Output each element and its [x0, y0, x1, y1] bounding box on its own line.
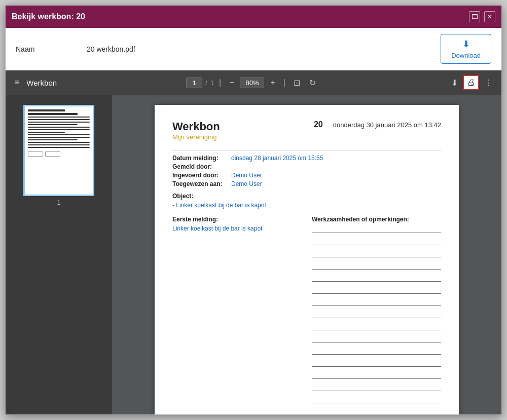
thumb-line: [28, 147, 90, 148]
toolbar-center: / 1 | − 80% + | ⊡ ↻: [186, 76, 319, 90]
close-button[interactable]: ✕: [484, 11, 495, 22]
doc-title: Werkbon: [172, 120, 220, 133]
modal-window: Bekijk werkbon: 20 🗖 ✕ Naam 20 werkbon.p…: [5, 5, 502, 415]
datum-melding-label: Datum melding:: [172, 155, 228, 162]
close-icon: ✕: [487, 13, 492, 20]
thumb-line: [28, 139, 78, 140]
more-options-icon: ⋮: [484, 78, 492, 88]
thumb-line: [28, 142, 90, 143]
title-bar-controls: 🗖 ✕: [469, 11, 495, 22]
modal-title: Bekijk werkbon: 20: [12, 12, 85, 21]
download-icon: ⬇: [462, 39, 470, 50]
zoom-out-icon: −: [229, 78, 234, 87]
fit-page-button[interactable]: ⊡: [291, 76, 303, 90]
thumb-line: [28, 124, 78, 125]
write-line: [312, 262, 441, 270]
doc-col-right: Werkzaamheden of opmerkingen:: [312, 216, 441, 414]
write-line: [312, 408, 441, 414]
minimize-button[interactable]: 🗖: [469, 11, 480, 22]
write-line: [312, 323, 441, 330]
werkzaamheden-label: Werkzaamheden of opmerkingen:: [312, 216, 441, 223]
toegewezen-aan-label: Toegewezen aan:: [172, 180, 228, 187]
field-datum-melding: Datum melding: dinsdag 28 januari 2025 o…: [172, 155, 441, 162]
gemeld-door-label: Gemeld door:: [172, 163, 228, 170]
filename-value: 20 werkbon.pdf: [87, 45, 430, 53]
doc-header: Werkbon Mijn vereniging 20 donderdag 30 …: [172, 120, 441, 146]
datum-melding-value: dinsdag 28 januari 2025 om 15:55: [231, 155, 323, 162]
object-value: - Linker koelkast bij de bar is kapot: [172, 202, 441, 209]
pdf-toolbar: ≡ Werkbon / 1 | − 80% + | ⊡ ↻ ⬇: [6, 70, 501, 95]
doc-date: donderdag 30 januari 2025 om 13:42: [333, 121, 441, 129]
ingevoerd-door-value: Demo User: [231, 172, 262, 179]
hamburger-icon: ≡: [15, 78, 19, 87]
print-button[interactable]: 🖨: [463, 75, 479, 90]
more-options-button[interactable]: ⋮: [481, 76, 495, 90]
rotate-icon: ↻: [309, 78, 316, 88]
title-bar: Bekijk werkbon: 20 🗖 ✕: [6, 6, 501, 28]
hamburger-menu-button[interactable]: ≡: [12, 76, 22, 89]
download-button[interactable]: ⬇ Download: [441, 34, 491, 64]
page-input[interactable]: [186, 78, 202, 88]
doc-divider-top: [172, 150, 441, 150]
download-label: Download: [451, 52, 481, 59]
name-label: Naam: [16, 45, 77, 53]
thumb-line: [28, 119, 90, 120]
thumb-line: [28, 129, 90, 130]
print-icon: 🖨: [467, 78, 475, 87]
write-line: [312, 226, 441, 233]
write-line: [312, 311, 441, 318]
thumb-line: [28, 117, 90, 118]
field-gemeld-door: Gemeld door:: [172, 163, 441, 170]
write-lines: [312, 226, 441, 414]
toegewezen-aan-value: Demo User: [231, 180, 262, 187]
write-line: [312, 360, 441, 367]
pdf-main[interactable]: Werkbon Mijn vereniging 20 donderdag 30 …: [112, 95, 501, 414]
thumbnail-wrapper: 1: [23, 105, 94, 206]
zoom-level: 80%: [240, 78, 264, 88]
fit-page-icon: ⊡: [294, 78, 300, 88]
write-line: [312, 250, 441, 257]
ingevoerd-door-label: Ingevoerd door:: [172, 172, 228, 179]
write-line: [312, 335, 441, 342]
viewer-title: Werkbon: [26, 79, 57, 87]
pdf-page: Werkbon Mijn vereniging 20 donderdag 30 …: [155, 105, 459, 414]
thumbnail-page-label: 1: [57, 199, 61, 206]
doc-two-col: Eerste melding: Linker koelkast bij de b…: [172, 216, 441, 414]
thumb-line: [28, 122, 90, 123]
doc-fields-section: Datum melding: dinsdag 28 januari 2025 o…: [172, 155, 441, 187]
thumb-line: [28, 127, 90, 128]
doc-col-left: Eerste melding: Linker koelkast bij de b…: [172, 216, 302, 414]
field-toegewezen-aan: Toegewezen aan: Demo User: [172, 180, 441, 187]
thumb-line: [28, 134, 90, 135]
eerste-melding-label: Eerste melding:: [172, 216, 302, 223]
thumbnail-panel: 1: [6, 95, 112, 414]
page-separator: /: [205, 79, 207, 87]
doc-number: 20: [314, 120, 323, 129]
thumbnail-content: [25, 106, 93, 160]
write-line: [312, 372, 441, 379]
zoom-out-button[interactable]: −: [226, 76, 237, 89]
object-label: Object:: [172, 193, 441, 200]
rotate-button[interactable]: ↻: [306, 76, 319, 90]
minimize-icon: 🗖: [472, 13, 478, 20]
write-line: [312, 238, 441, 245]
thumb-line: [28, 144, 90, 145]
object-section: Object: - Linker koelkast bij de bar is …: [172, 193, 441, 209]
write-line: [312, 348, 441, 355]
write-line: [312, 384, 441, 391]
zoom-in-icon: +: [270, 78, 275, 87]
toolbar-right: ⬇ 🖨 ⋮: [448, 75, 495, 90]
thumb-line: [28, 137, 90, 138]
thumb-line: [28, 109, 65, 111]
pdf-download-button[interactable]: ⬇: [448, 76, 461, 90]
thumb-line: [28, 132, 65, 133]
zoom-in-button[interactable]: +: [267, 76, 278, 89]
eerste-melding-value: Linker koelkast bij de bar is kapot: [172, 225, 302, 232]
write-line: [312, 396, 441, 403]
field-ingevoerd-door: Ingevoerd door: Demo User: [172, 172, 441, 179]
write-line: [312, 287, 441, 294]
doc-header-right: 20 donderdag 30 januari 2025 om 13:42: [314, 120, 441, 129]
doc-title-block: Werkbon Mijn vereniging: [172, 120, 220, 146]
thumbnail-page-1[interactable]: [23, 105, 94, 196]
thumb-line: [28, 113, 78, 115]
